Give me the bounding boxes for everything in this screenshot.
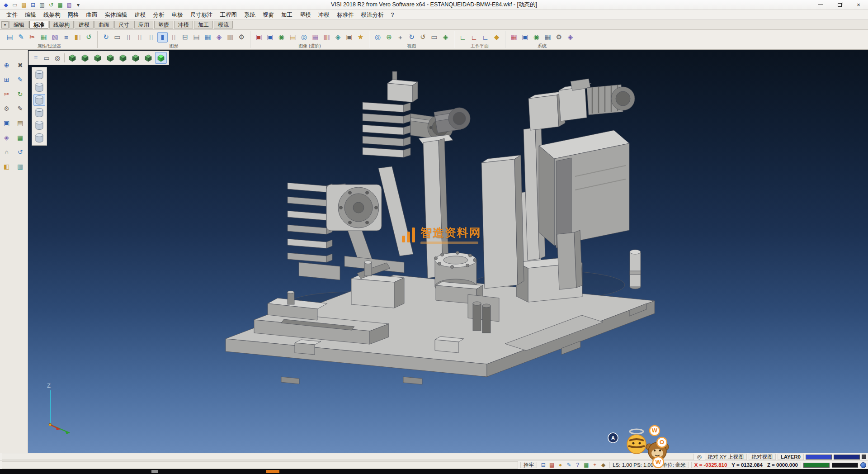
save-icon[interactable]: ⊟ bbox=[29, 1, 37, 9]
status-grid-icon[interactable]: ▦ bbox=[582, 461, 590, 469]
undo-icon[interactable]: ↺ bbox=[47, 1, 55, 9]
menu-flow-analysis[interactable]: 模流分析 bbox=[358, 10, 387, 19]
grid-display-icon[interactable]: ▦ bbox=[203, 32, 213, 43]
shadow-icon[interactable]: ▦ bbox=[310, 32, 321, 43]
rotate-view-icon[interactable]: ↻ bbox=[406, 32, 417, 43]
material-icon[interactable]: ▤ bbox=[288, 32, 298, 43]
workplane-align-icon[interactable]: ◆ bbox=[491, 32, 502, 43]
active-layer-indicator[interactable]: LAYER0 bbox=[778, 454, 804, 460]
sketch-icon[interactable]: ✎ bbox=[15, 74, 26, 85]
menu-edit[interactable]: 编辑 bbox=[21, 10, 40, 19]
tab-edit[interactable]: 编辑 bbox=[9, 21, 28, 28]
edit-attributes-icon[interactable]: ✎ bbox=[16, 32, 26, 43]
display-list-icon[interactable]: ≡ bbox=[31, 53, 41, 63]
grid-settings-icon[interactable]: ▦ bbox=[542, 32, 553, 43]
delete-entity-icon[interactable]: ✖ bbox=[15, 60, 26, 71]
view-cube-4-icon[interactable] bbox=[104, 52, 116, 64]
new-window-icon[interactable]: ▭ bbox=[42, 53, 52, 63]
view-cube-1-icon[interactable] bbox=[66, 52, 78, 64]
lighting-icon[interactable]: ◉ bbox=[276, 32, 287, 43]
layer-list-3-icon[interactable]: ▯ bbox=[146, 32, 156, 43]
tab-overflow-button[interactable]: ▾ bbox=[1, 21, 9, 28]
menu-window[interactable]: 视窗 bbox=[259, 10, 278, 19]
undo-tool-icon[interactable]: ↺ bbox=[15, 147, 26, 157]
workplane-xy-icon[interactable]: ∟ bbox=[458, 32, 468, 43]
shaded-display-icon[interactable]: ▮ bbox=[157, 32, 168, 43]
camera-icon[interactable]: ◎ bbox=[299, 32, 309, 43]
menu-help[interactable]: ? bbox=[387, 10, 398, 19]
menu-mesh[interactable]: 网格 bbox=[64, 10, 83, 19]
menu-mould[interactable]: 塑模 bbox=[296, 10, 315, 19]
status-axis-icon[interactable]: + bbox=[591, 461, 599, 469]
material-db-icon[interactable]: ▦ bbox=[56, 1, 64, 9]
status-help-icon[interactable]: ? bbox=[574, 461, 581, 469]
fill-color-swatch[interactable] bbox=[803, 463, 830, 468]
swatch-more-button[interactable] bbox=[862, 455, 866, 459]
view-cube-5-icon[interactable] bbox=[117, 52, 129, 64]
menu-surface[interactable]: 曲面 bbox=[83, 10, 101, 19]
annotate-icon[interactable]: ✎ bbox=[15, 103, 26, 114]
layer-list-4-icon[interactable]: ▯ bbox=[169, 32, 179, 43]
rotate-entity-icon[interactable]: ↻ bbox=[15, 89, 26, 100]
tab-die[interactable]: 冲模 bbox=[174, 21, 193, 28]
palette-tool-icon[interactable]: ◧ bbox=[1, 161, 12, 172]
trim-icon[interactable]: ✂ bbox=[1, 89, 12, 100]
status-edit-icon[interactable]: ✎ bbox=[565, 461, 573, 469]
menu-dimension[interactable]: 尺寸标注 bbox=[187, 10, 217, 19]
iso-view-icon[interactable]: ◈ bbox=[440, 32, 451, 43]
display-layer-1-icon[interactable] bbox=[33, 69, 45, 81]
surface-filter-icon[interactable]: ▦ bbox=[38, 32, 49, 43]
home-view-icon[interactable]: ⌂ bbox=[1, 147, 12, 157]
front-view-icon[interactable]: ▭ bbox=[429, 32, 439, 43]
display-layer-3-icon[interactable] bbox=[33, 94, 45, 106]
tab-wireframe[interactable]: 线架构 bbox=[49, 21, 74, 28]
display-layer-5-icon[interactable] bbox=[33, 119, 45, 131]
view-cube-3-icon[interactable] bbox=[92, 52, 104, 64]
display-layer-2-icon[interactable] bbox=[33, 81, 45, 93]
menu-system[interactable]: 系统 bbox=[241, 10, 259, 19]
transform-icon[interactable]: ◈ bbox=[1, 132, 12, 143]
workplane-dynamic-icon[interactable]: ∟ bbox=[480, 32, 491, 43]
tab-flow[interactable]: 模流 bbox=[214, 21, 233, 28]
cad-model-3d[interactable] bbox=[28, 50, 868, 453]
reflection-icon[interactable]: ◈ bbox=[333, 32, 343, 43]
zoom-all-icon[interactable]: ◎ bbox=[373, 32, 383, 43]
section-view-icon[interactable]: ▥ bbox=[225, 32, 236, 43]
display-layer-6-icon[interactable] bbox=[33, 132, 45, 144]
measure-icon[interactable]: ▤ bbox=[15, 118, 26, 128]
display-settings-icon[interactable]: ⚙ bbox=[236, 32, 247, 43]
menu-drawing[interactable]: 工程图 bbox=[217, 10, 241, 19]
view-cube-8-icon[interactable] bbox=[155, 52, 167, 64]
zoom-window-tool-icon[interactable]: ⊕ bbox=[384, 32, 394, 43]
session-icon[interactable]: ▧ bbox=[65, 1, 73, 9]
export-icon[interactable]: ▥ bbox=[15, 161, 26, 172]
line-color-swatch[interactable] bbox=[806, 455, 832, 460]
snap-grid-icon[interactable]: ⊞ bbox=[1, 74, 12, 85]
layer-list-2-icon[interactable]: ▯ bbox=[135, 32, 145, 43]
tab-mould[interactable]: 塑膜 bbox=[154, 21, 173, 28]
render-mode-icon[interactable]: ▣ bbox=[254, 32, 264, 43]
modify-icon[interactable]: ⚙ bbox=[1, 103, 12, 114]
color-palette-icon[interactable]: ▦ bbox=[509, 32, 519, 43]
taskbar-item[interactable] bbox=[266, 470, 279, 473]
display-layer-4-icon[interactable] bbox=[33, 107, 45, 118]
previous-view-icon[interactable]: ↺ bbox=[418, 32, 428, 43]
texture-icon[interactable]: ▣ bbox=[265, 32, 275, 43]
taskbar-item[interactable] bbox=[151, 470, 158, 473]
hidden-line-icon[interactable]: ▤ bbox=[191, 32, 202, 43]
background-color-swatch[interactable] bbox=[832, 463, 858, 468]
close-button[interactable]: × bbox=[849, 0, 868, 10]
menu-die[interactable]: 冲模 bbox=[315, 10, 333, 19]
zoom-select-icon[interactable]: ⊕ bbox=[1, 60, 12, 71]
app-logo-icon[interactable]: ◆ bbox=[2, 1, 10, 9]
menu-solid-edit[interactable]: 实体编辑 bbox=[101, 10, 131, 19]
view-search-icon[interactable]: ◎ bbox=[696, 454, 703, 460]
tab-apply[interactable]: 应用 bbox=[134, 21, 153, 28]
view-mode-indicator[interactable]: 绝对 XY 上视图 bbox=[705, 454, 747, 460]
restore-button[interactable] bbox=[830, 0, 849, 10]
dynamic-rotate-icon[interactable]: ◈ bbox=[214, 32, 224, 43]
delete-filter-icon[interactable]: ✂ bbox=[27, 32, 38, 43]
snap-settings-icon[interactable]: ◉ bbox=[531, 32, 542, 43]
tab-modeling[interactable]: 建模 bbox=[75, 21, 94, 28]
absolute-view-indicator[interactable]: 绝对视图 bbox=[749, 454, 776, 460]
